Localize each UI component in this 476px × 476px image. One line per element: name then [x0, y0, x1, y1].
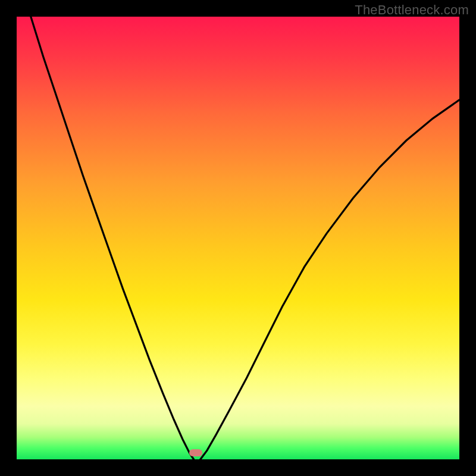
- watermark-text: TheBottleneck.com: [355, 2, 469, 18]
- optimum-marker: [189, 449, 202, 456]
- curve-left-branch: [31, 17, 194, 459]
- chart-frame: TheBottleneck.com: [0, 0, 476, 476]
- bottleneck-curve: [17, 17, 459, 459]
- curve-right-branch: [201, 100, 459, 459]
- plot-area: [17, 17, 459, 459]
